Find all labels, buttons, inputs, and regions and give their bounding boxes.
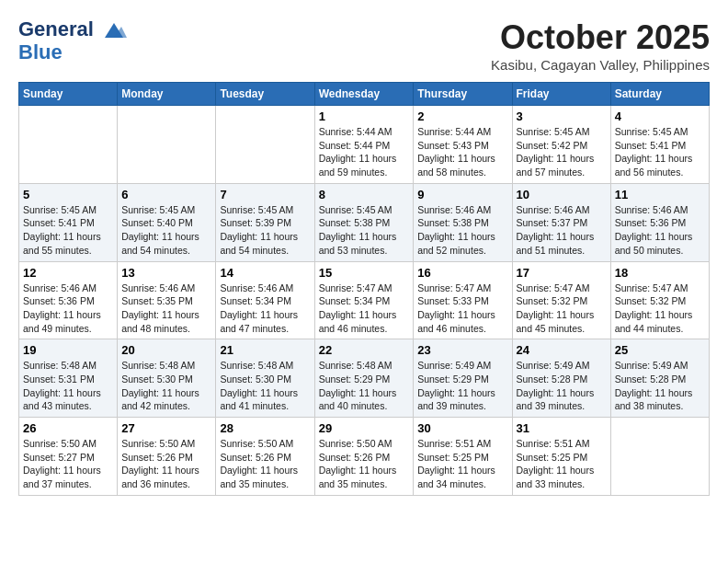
day-number: 18 — [615, 266, 705, 280]
day-detail: Sunrise: 5:46 AMSunset: 5:34 PMDaylight:… — [220, 282, 310, 336]
daylight-text: Daylight: 11 hours and 39 minutes. — [417, 386, 507, 413]
sunset-text: Sunset: 5:43 PM — [417, 139, 507, 153]
calendar-cell: 17Sunrise: 5:47 AMSunset: 5:32 PMDayligh… — [512, 261, 610, 339]
daylight-text: Daylight: 11 hours and 37 minutes. — [23, 464, 113, 490]
sunrise-text: Sunrise: 5:47 AM — [615, 282, 705, 295]
title-block: October 2025 Kasibu, Cagayan Valley, Phi… — [491, 18, 710, 73]
daylight-text: Daylight: 11 hours and 46 minutes. — [417, 308, 507, 335]
day-detail: Sunrise: 5:46 AMSunset: 5:37 PMDaylight:… — [517, 203, 607, 258]
sunset-text: Sunset: 5:25 PM — [517, 451, 607, 465]
col-header-thursday: Thursday — [414, 83, 512, 106]
day-number: 9 — [417, 188, 507, 201]
sunset-text: Sunset: 5:26 PM — [121, 451, 211, 465]
logo: General Blue — [18, 18, 127, 63]
day-detail: Sunrise: 5:46 AMSunset: 5:35 PMDaylight:… — [121, 282, 211, 336]
day-detail: Sunrise: 5:45 AMSunset: 5:39 PMDaylight:… — [220, 203, 310, 258]
calendar-cell: 5Sunrise: 5:45 AMSunset: 5:41 PMDaylight… — [19, 183, 118, 261]
day-detail: Sunrise: 5:45 AMSunset: 5:40 PMDaylight:… — [121, 203, 211, 258]
daylight-text: Daylight: 11 hours and 45 minutes. — [517, 308, 607, 335]
calendar-cell: 14Sunrise: 5:46 AMSunset: 5:34 PMDayligh… — [216, 261, 314, 339]
daylight-text: Daylight: 11 hours and 50 minutes. — [615, 230, 705, 257]
sunrise-text: Sunrise: 5:50 AM — [220, 437, 310, 451]
sunrise-text: Sunrise: 5:46 AM — [417, 203, 507, 217]
day-detail: Sunrise: 5:47 AMSunset: 5:33 PMDaylight:… — [417, 282, 507, 336]
sunset-text: Sunset: 5:26 PM — [319, 451, 410, 465]
sunset-text: Sunset: 5:28 PM — [517, 373, 607, 386]
sunset-text: Sunset: 5:26 PM — [220, 451, 310, 465]
calendar-cell — [216, 106, 314, 184]
col-header-tuesday: Tuesday — [216, 83, 314, 106]
location: Kasibu, Cagayan Valley, Philippines — [491, 57, 710, 73]
calendar-cell: 28Sunrise: 5:50 AMSunset: 5:26 PMDayligh… — [216, 418, 314, 496]
daylight-text: Daylight: 11 hours and 53 minutes. — [319, 230, 410, 257]
sunset-text: Sunset: 5:30 PM — [121, 373, 211, 386]
sunset-text: Sunset: 5:41 PM — [615, 139, 705, 153]
day-number: 20 — [121, 343, 211, 357]
calendar-cell: 1Sunrise: 5:44 AMSunset: 5:44 PMDaylight… — [314, 106, 414, 184]
sunset-text: Sunset: 5:32 PM — [517, 294, 607, 308]
calendar-header-row: SundayMondayTuesdayWednesdayThursdayFrid… — [19, 83, 710, 106]
col-header-sunday: Sunday — [19, 83, 118, 106]
day-number: 29 — [319, 421, 410, 435]
calendar-cell: 24Sunrise: 5:49 AMSunset: 5:28 PMDayligh… — [512, 339, 610, 418]
day-number: 22 — [319, 343, 410, 357]
calendar-cell: 3Sunrise: 5:45 AMSunset: 5:42 PMDaylight… — [512, 106, 610, 184]
sunset-text: Sunset: 5:34 PM — [220, 294, 310, 308]
daylight-text: Daylight: 11 hours and 35 minutes. — [319, 464, 410, 490]
page-header: General Blue October 2025 Kasibu, Cagaya… — [18, 18, 710, 73]
calendar-week-row: 1Sunrise: 5:44 AMSunset: 5:44 PMDaylight… — [19, 106, 710, 184]
sunrise-text: Sunrise: 5:51 AM — [417, 437, 507, 451]
calendar-week-row: 26Sunrise: 5:50 AMSunset: 5:27 PMDayligh… — [19, 418, 710, 496]
sunrise-text: Sunrise: 5:47 AM — [319, 282, 410, 295]
day-detail: Sunrise: 5:50 AMSunset: 5:26 PMDaylight:… — [121, 437, 211, 491]
day-detail: Sunrise: 5:50 AMSunset: 5:26 PMDaylight:… — [319, 437, 410, 491]
day-detail: Sunrise: 5:45 AMSunset: 5:41 PMDaylight:… — [23, 203, 113, 258]
sunrise-text: Sunrise: 5:46 AM — [23, 282, 113, 295]
sunset-text: Sunset: 5:39 PM — [220, 216, 310, 230]
day-number: 28 — [220, 421, 310, 435]
daylight-text: Daylight: 11 hours and 38 minutes. — [615, 386, 705, 413]
day-number: 4 — [615, 109, 705, 123]
daylight-text: Daylight: 11 hours and 57 minutes. — [517, 152, 607, 178]
sunset-text: Sunset: 5:37 PM — [517, 216, 607, 230]
daylight-text: Daylight: 11 hours and 39 minutes. — [517, 386, 607, 413]
day-detail: Sunrise: 5:44 AMSunset: 5:43 PMDaylight:… — [417, 125, 507, 179]
day-number: 24 — [517, 343, 607, 357]
day-number: 1 — [319, 109, 410, 123]
calendar-cell: 25Sunrise: 5:49 AMSunset: 5:28 PMDayligh… — [610, 339, 709, 418]
day-detail: Sunrise: 5:49 AMSunset: 5:29 PMDaylight:… — [417, 359, 507, 413]
day-number: 23 — [417, 343, 507, 357]
day-number: 19 — [23, 343, 113, 357]
sunset-text: Sunset: 5:36 PM — [615, 216, 705, 230]
day-detail: Sunrise: 5:45 AMSunset: 5:41 PMDaylight:… — [615, 125, 705, 179]
day-detail: Sunrise: 5:46 AMSunset: 5:38 PMDaylight:… — [417, 203, 507, 258]
sunset-text: Sunset: 5:34 PM — [319, 294, 410, 308]
day-detail: Sunrise: 5:44 AMSunset: 5:44 PMDaylight:… — [319, 125, 410, 179]
daylight-text: Daylight: 11 hours and 33 minutes. — [517, 464, 607, 490]
day-detail: Sunrise: 5:48 AMSunset: 5:31 PMDaylight:… — [23, 359, 113, 413]
sunrise-text: Sunrise: 5:45 AM — [220, 203, 310, 217]
sunset-text: Sunset: 5:42 PM — [517, 139, 607, 153]
day-number: 8 — [319, 188, 410, 201]
sunset-text: Sunset: 5:25 PM — [417, 451, 507, 465]
day-number: 11 — [615, 188, 705, 201]
day-number: 25 — [615, 343, 705, 357]
sunset-text: Sunset: 5:28 PM — [615, 373, 705, 386]
sunset-text: Sunset: 5:35 PM — [121, 294, 211, 308]
day-number: 31 — [517, 421, 607, 435]
day-number: 30 — [417, 421, 507, 435]
sunrise-text: Sunrise: 5:48 AM — [220, 359, 310, 373]
day-number: 14 — [220, 266, 310, 280]
daylight-text: Daylight: 11 hours and 43 minutes. — [23, 386, 113, 413]
sunrise-text: Sunrise: 5:46 AM — [121, 282, 211, 295]
sunrise-text: Sunrise: 5:48 AM — [319, 359, 410, 373]
day-detail: Sunrise: 5:46 AMSunset: 5:36 PMDaylight:… — [23, 282, 113, 336]
calendar-cell — [610, 418, 709, 496]
calendar-cell: 15Sunrise: 5:47 AMSunset: 5:34 PMDayligh… — [314, 261, 414, 339]
day-number: 10 — [517, 188, 607, 201]
sunrise-text: Sunrise: 5:47 AM — [417, 282, 507, 295]
day-number: 27 — [121, 421, 211, 435]
logo-line2: Blue — [18, 41, 127, 63]
calendar-week-row: 12Sunrise: 5:46 AMSunset: 5:36 PMDayligh… — [19, 261, 710, 339]
calendar-cell — [19, 106, 118, 184]
